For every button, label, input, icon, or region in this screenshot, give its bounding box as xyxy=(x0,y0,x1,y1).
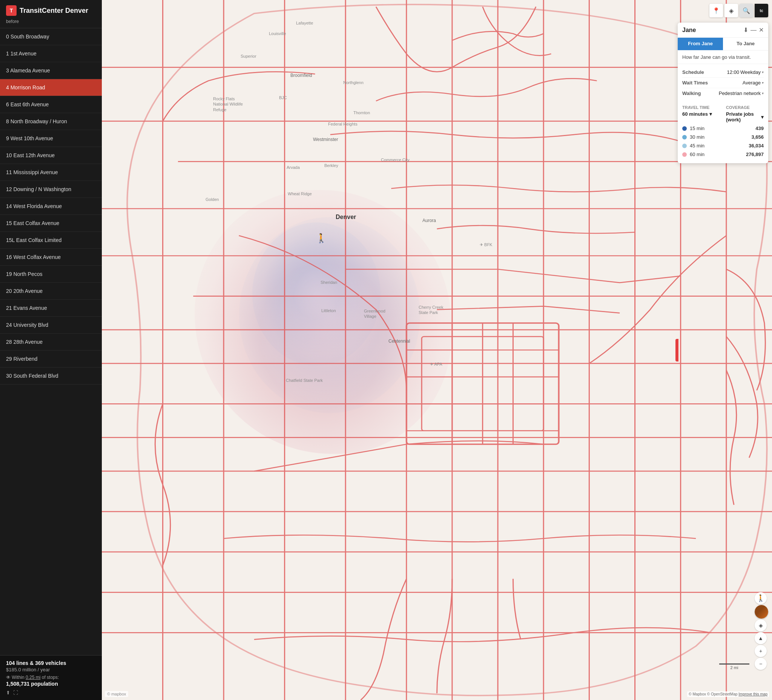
travel-time-arrow: ▾ xyxy=(710,111,712,117)
expand-icon[interactable]: ⛶ xyxy=(13,690,18,695)
schedule-row: Schedule 12:00 Weekday ▾ xyxy=(682,67,764,78)
tc-logo-btn[interactable]: tc xyxy=(755,4,768,17)
compass-btn[interactable]: ▲ xyxy=(755,632,767,644)
wait-times-value[interactable]: Average ▾ xyxy=(743,80,764,86)
route-item-28[interactable]: 28 28th Avenue xyxy=(0,334,102,351)
upload-icon[interactable]: ⬆ xyxy=(6,690,10,695)
map-area[interactable]: Lafayette Louisville Superior Broomfield… xyxy=(102,0,772,700)
map-toolbar: 📍 ◈ 🔍 tc xyxy=(710,4,768,17)
person-marker: 🚶 xyxy=(316,233,327,243)
coverage-arrow: ▾ xyxy=(761,114,764,120)
route-item-4[interactable]: 4 Morrison Road xyxy=(0,79,102,96)
jane-title: Jane xyxy=(682,27,696,34)
sidebar-footer: 104 lines & 369 vehicles $185.0 million … xyxy=(0,655,102,700)
iso-value: 276,897 xyxy=(746,152,764,157)
footer-actions: ⬆ ⛶ xyxy=(6,690,96,695)
label-thornton: Thornton xyxy=(353,111,370,115)
label-westminster: Westminster xyxy=(313,137,338,142)
route-item-21[interactable]: 21 Evans Avenue xyxy=(0,300,102,317)
route-item-8[interactable]: 8 North Broadway / Huron xyxy=(0,113,102,130)
zoom-in-btn[interactable]: + xyxy=(755,645,767,657)
label-bjc: BJC xyxy=(279,95,287,100)
location-btn[interactable]: 📍 xyxy=(710,4,723,17)
close-icon[interactable]: ✕ xyxy=(759,26,764,34)
download-icon[interactable]: ⬇ xyxy=(743,26,748,34)
sidebar-header: T TransitCenter Denver before xyxy=(0,0,102,28)
jane-description: How far Jane can go via transit. xyxy=(678,51,768,64)
iso-dot xyxy=(682,144,687,148)
scale-bar-text: 2 mi xyxy=(731,665,738,670)
coverage-label: COVERAGE xyxy=(726,105,764,110)
from-jane-tab[interactable]: From Jane xyxy=(678,38,723,50)
wait-dropdown-arrow: ▾ xyxy=(762,81,764,85)
avatar-image xyxy=(755,605,768,618)
route-item-0[interactable]: 0 South Broadway xyxy=(0,28,102,45)
walking-value[interactable]: Pedestrian network ▾ xyxy=(719,90,764,96)
isochrone-list: 15 min 439 30 min 3,656 45 min 36,034 60… xyxy=(678,124,768,163)
eye-icon: 👁 xyxy=(6,675,11,680)
jane-tabs: From Jane To Jane xyxy=(678,38,768,51)
improve-map-link[interactable]: Improve this map xyxy=(738,692,767,696)
route-item-15[interactable]: 15 East Colfax Avenue xyxy=(0,215,102,232)
route-item-6[interactable]: 6 East 6th Avenue xyxy=(0,96,102,113)
coverage-value[interactable]: Private jobs (work) ▾ xyxy=(726,111,764,122)
isochrone-row-60min: 60 min 276,897 xyxy=(682,150,764,159)
label-rocky-flats: Rocky Flats National Wildlife Refuge xyxy=(213,96,247,113)
route-item-29[interactable]: 29 Riverbend xyxy=(0,351,102,367)
isochrone-row-45min: 45 min 36,034 xyxy=(682,141,764,150)
user-avatar[interactable] xyxy=(755,605,768,618)
route-item-1[interactable]: 1 1st Avenue xyxy=(0,45,102,62)
person-nav-btn[interactable]: 🚶 xyxy=(755,592,767,604)
isochrone-60-overlay xyxy=(195,190,451,454)
travel-time-value[interactable]: 60 minutes ▾ xyxy=(682,111,720,117)
route-item-14[interactable]: 14 West Florida Avenue xyxy=(0,198,102,215)
route-item-20[interactable]: 20 20th Avenue xyxy=(0,283,102,300)
to-jane-tab[interactable]: To Jane xyxy=(723,38,768,50)
wait-times-row: Wait Times Average ▾ xyxy=(682,78,764,88)
route-item-30[interactable]: 30 South Federal Blvd xyxy=(0,367,102,385)
isochrone-15-overlay xyxy=(252,222,381,366)
walking-dropdown-arrow: ▾ xyxy=(762,91,764,95)
minimize-icon[interactable]: — xyxy=(751,27,757,34)
label-apa: ✈ APA xyxy=(430,362,442,367)
schedule-value[interactable]: 12:00 Weekday ▾ xyxy=(727,69,764,75)
cost: $185.0 million / year xyxy=(6,667,96,672)
distance-value: 0.25 mi xyxy=(26,675,40,680)
mapbox-logo: © mapbox xyxy=(105,691,128,697)
map-attribution: © Mapbox © OpenStreetMap Improve this ma… xyxy=(687,691,769,697)
route-item-11[interactable]: 11 Mississippi Avenue xyxy=(0,164,102,181)
jane-panel: Jane ⬇ — ✕ From Jane To Jane How far Jan… xyxy=(678,23,768,163)
search-btn[interactable]: 🔍 xyxy=(739,4,753,17)
jane-settings: Schedule 12:00 Weekday ▾ Wait Times Aver… xyxy=(678,64,768,101)
app-subtitle: before xyxy=(6,19,96,24)
route-item-10[interactable]: 10 East 12th Avenue xyxy=(0,147,102,164)
label-federal-heights: Federal Heights xyxy=(328,122,358,126)
route-item-24[interactable]: 24 University Blvd xyxy=(0,317,102,334)
label-arvada: Arvada xyxy=(286,165,300,170)
svg-rect-28 xyxy=(422,337,543,431)
walking-label: Walking xyxy=(682,90,701,96)
route-item-12[interactable]: 12 Downing / N Washington xyxy=(0,181,102,198)
label-cherry-creek: Cherry Creek State Park xyxy=(419,305,451,315)
label-superior: Superior xyxy=(240,54,257,59)
label-broomfield: Broomfield xyxy=(290,73,312,78)
iso-label: 30 min xyxy=(690,134,748,140)
route-list: 0 South Broadway1 1st Avenue3 Alameda Av… xyxy=(0,28,102,655)
layers-nav-btn[interactable]: ◈ xyxy=(755,619,767,631)
route-item-19[interactable]: 19 North Pecos xyxy=(0,266,102,283)
jane-panel-header: Jane ⬇ — ✕ xyxy=(678,23,768,38)
label-louisville: Louisville xyxy=(269,31,286,36)
zoom-out-btn[interactable]: − xyxy=(755,658,767,670)
layers-btn[interactable]: ◈ xyxy=(725,4,738,17)
schedule-dropdown-arrow: ▾ xyxy=(762,70,764,74)
schedule-label: Schedule xyxy=(682,69,704,75)
label-golden: Golden xyxy=(206,197,219,202)
iso-label: 60 min xyxy=(690,152,743,157)
label-chatfield: Chatfield State Park xyxy=(286,378,323,383)
label-lafayette: Lafayette xyxy=(296,21,313,25)
route-item-15L[interactable]: 15L East Colfax Limited xyxy=(0,232,102,249)
route-item-16[interactable]: 16 West Colfax Avenue xyxy=(0,249,102,266)
route-item-9[interactable]: 9 West 10th Avenue xyxy=(0,130,102,147)
panel-resize-handle[interactable] xyxy=(676,339,679,362)
route-item-3[interactable]: 3 Alameda Avenue xyxy=(0,62,102,79)
